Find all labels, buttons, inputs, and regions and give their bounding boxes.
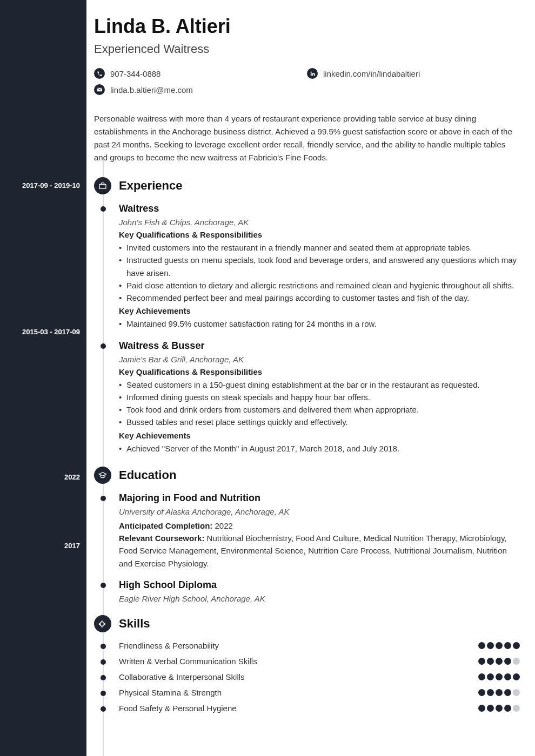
anticipated-label: Anticipated Completion: (119, 521, 212, 530)
linkedin-icon (307, 68, 318, 79)
skill-rating (478, 658, 520, 665)
rating-dot (487, 705, 494, 712)
timeline-dot (101, 706, 106, 712)
phone-text: 907-344-0888 (110, 69, 160, 78)
edu-0-sub: University of Alaska Anchorage, Anchorag… (119, 507, 520, 516)
rating-dot (487, 658, 494, 665)
resume-page: 2017-09 - 2019-10 2015-03 - 2017-09 2022… (0, 0, 535, 756)
list-item: Informed dining guests on steak specials… (119, 391, 520, 403)
exp-1-achs: Achieved "Server of the Month" in August… (119, 442, 520, 455)
timeline-dot (101, 343, 106, 349)
exp-1-title: Waitress & Busser (119, 340, 520, 352)
rating-dot (478, 705, 485, 712)
timeline-dot (101, 206, 106, 212)
exp-0-quals: Invited customers into the restaurant in… (119, 241, 520, 304)
exp-0-achs: Maintained 99.5% customer satisfaction r… (119, 318, 520, 330)
skill-row: Friendliness & Personability (119, 641, 520, 650)
rating-dot (513, 673, 520, 680)
phone-icon (94, 68, 105, 79)
linkedin-text: linkedin.com/in/lindabaltieri (323, 69, 420, 78)
rating-dot (487, 689, 494, 696)
contact-linkedin: linkedin.com/in/lindabaltieri (307, 68, 520, 79)
briefcase-icon (94, 177, 111, 194)
rating-dot (504, 642, 511, 649)
rating-dot (513, 705, 520, 712)
skills-title: Skills (119, 617, 150, 631)
list-item: Recommended perfect beer and meal pairin… (119, 292, 520, 304)
date-edu-0: 2022 (64, 473, 80, 481)
coursework-label: Relevant Coursework: (119, 534, 204, 543)
exp-1-qual-label: Key Qualifications & Responsibilities (119, 367, 520, 376)
timeline-dot (101, 691, 106, 696)
exp-0-qual-label: Key Qualifications & Responsibilities (119, 230, 520, 239)
skill-rating (478, 642, 520, 649)
exp-0-ach-label: Key Achievements (119, 306, 520, 315)
section-header-education: Education (94, 467, 520, 484)
rating-dot (496, 673, 503, 680)
rating-dot (496, 642, 503, 649)
rating-dot (496, 705, 503, 712)
section-experience: Experience Waitress John's Fish & Chips,… (119, 177, 520, 455)
person-title: Experienced Waitress (94, 42, 520, 56)
puzzle-icon (94, 615, 111, 632)
skill-name: Food Safety & Personal Hygiene (119, 704, 237, 713)
section-skills: Skills Friendliness & PersonabilityWritt… (119, 615, 520, 713)
email-text: linda.b.altieri@me.com (110, 85, 193, 94)
edu-1-title: High School Diploma (119, 579, 520, 591)
rating-dot (496, 658, 503, 665)
rating-dot (504, 658, 511, 665)
skill-row: Written & Verbal Communication Skills (119, 657, 520, 666)
exp-entry-1: Waitress & Busser Jamie's Bar & Grill, A… (119, 340, 520, 455)
edu-entry-1: High School Diploma Eagle River High Sch… (119, 579, 520, 603)
rating-dot (478, 689, 485, 696)
exp-1-sub: Jamie's Bar & Grill, Anchorage, AK (119, 355, 520, 364)
section-header-experience: Experience (94, 177, 520, 194)
list-item: Seated customers in a 150-guest dining e… (119, 379, 520, 391)
date-edu-1: 2017 (64, 542, 80, 550)
rating-dot (513, 689, 520, 696)
section-education: Education Majoring in Food and Nutrition… (119, 467, 520, 603)
timeline-dot (101, 659, 106, 665)
skill-row: Collaborative & Interpersonal Skills (119, 672, 520, 681)
rating-dot (513, 658, 520, 665)
main-content: Linda B. Altieri Experienced Waitress 90… (86, 0, 535, 756)
skill-rating (478, 689, 520, 696)
exp-0-title: Waitress (119, 203, 520, 214)
rating-dot (478, 658, 485, 665)
rating-dot (478, 642, 485, 649)
summary: Personable waitress with more than 4 yea… (94, 112, 520, 164)
svg-rect-0 (99, 184, 106, 188)
contact-phone: 907-344-0888 (94, 68, 307, 79)
skill-row: Physical Stamina & Strength (119, 688, 520, 697)
exp-entry-0: Waitress John's Fish & Chips, Anchorage,… (119, 203, 520, 330)
education-title: Education (119, 468, 176, 482)
contacts: 907-344-0888 linkedin.com/in/lindabaltie… (94, 68, 520, 100)
list-item: Instructed guests on menu specials, took… (119, 254, 520, 279)
skill-name: Physical Stamina & Strength (119, 688, 222, 697)
timeline-dot (101, 675, 106, 680)
edu-0-title: Majoring in Food and Nutrition (119, 492, 520, 504)
rating-dot (513, 642, 520, 649)
email-icon (94, 84, 105, 95)
list-item: Took food and drink orders from customer… (119, 403, 520, 416)
anticipated-value: 2022 (212, 521, 233, 530)
list-item: Paid close attention to dietary and alle… (119, 279, 520, 292)
list-item: Bussed tables and reset place settings q… (119, 416, 520, 428)
person-name: Linda B. Altieri (94, 15, 520, 38)
graduation-cap-icon (94, 467, 111, 484)
timeline-dot (101, 583, 106, 588)
rating-dot (478, 673, 485, 680)
rating-dot (504, 673, 511, 680)
date-exp-1: 2015-03 - 2017-09 (22, 328, 80, 336)
rating-dot (487, 642, 494, 649)
skill-name: Friendliness & Personability (119, 641, 219, 650)
experience-title: Experience (119, 179, 182, 193)
edu-entry-0: Majoring in Food and Nutrition Universit… (119, 492, 520, 570)
skills-list: Friendliness & PersonabilityWritten & Ve… (119, 641, 520, 713)
exp-1-quals: Seated customers in a 150-guest dining e… (119, 379, 520, 429)
exp-1-ach-label: Key Achievements (119, 431, 520, 440)
skill-rating (478, 673, 520, 680)
list-item: Maintained 99.5% customer satisfaction r… (119, 318, 520, 330)
timeline-line (103, 160, 104, 756)
list-item: Achieved "Server of the Month" in August… (119, 442, 520, 455)
